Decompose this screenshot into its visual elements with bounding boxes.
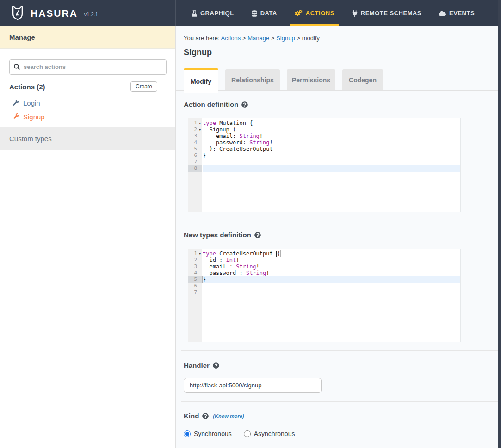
code-line: email: String! bbox=[203, 133, 460, 139]
line-number: 7 bbox=[188, 159, 202, 165]
cloud-icon bbox=[439, 11, 446, 16]
fold-arrow-icon[interactable]: ▾ bbox=[199, 126, 201, 133]
handler-heading: Handler bbox=[184, 361, 219, 369]
code-line bbox=[203, 283, 460, 289]
actions-count-label: Actions (2) bbox=[9, 83, 45, 91]
code-text: ! bbox=[270, 139, 273, 146]
nav-label: ACTIONS bbox=[306, 10, 334, 17]
sidebar-item-custom-types[interactable]: Custom types bbox=[0, 127, 175, 150]
flask-icon bbox=[192, 10, 197, 17]
code-line: } bbox=[203, 152, 460, 159]
nav-item-events[interactable]: EVENTS bbox=[436, 0, 477, 26]
breadcrumb-prefix: You are here: bbox=[184, 35, 220, 42]
code-keyword: String bbox=[249, 139, 269, 146]
section-title: New types definition bbox=[184, 231, 251, 239]
editor-lines: type CreateUserOutput { id : Int! email … bbox=[203, 249, 460, 296]
line-number: 6 bbox=[188, 283, 202, 289]
action-item-label: Signup bbox=[23, 113, 45, 121]
line-number: 4 bbox=[188, 139, 202, 146]
breadcrumb-current: modify bbox=[302, 35, 320, 42]
page-title: Signup bbox=[184, 48, 212, 57]
sidebar-item-login[interactable]: Login bbox=[13, 99, 40, 107]
tab-relationships[interactable]: Relationships bbox=[225, 69, 280, 90]
help-question-icon[interactable] bbox=[213, 362, 219, 369]
section-title: Kind bbox=[184, 412, 199, 420]
line-number: 4 bbox=[188, 270, 202, 276]
create-action-button[interactable]: Create bbox=[130, 81, 157, 92]
code-text: ): CreateUserOutput bbox=[203, 146, 273, 152]
breadcrumb-link-signup[interactable]: Signup bbox=[276, 35, 295, 42]
tabs: Modify Relationships Permissions Codegen bbox=[184, 68, 390, 94]
code-line: ): CreateUserOutput bbox=[203, 146, 460, 152]
hasura-logo-icon bbox=[9, 5, 26, 22]
asynchronous-radio[interactable] bbox=[244, 430, 251, 437]
nav-item-data[interactable]: DATA bbox=[249, 0, 280, 26]
radio-asynchronous[interactable]: Asynchronous bbox=[244, 430, 295, 437]
code-text: ! bbox=[266, 270, 269, 276]
code-line: type Mutation { bbox=[203, 120, 460, 126]
radio-label: Synchronous bbox=[194, 430, 232, 437]
code-line: id : Int! bbox=[203, 257, 460, 263]
nav-label: GRAPHIQL bbox=[200, 10, 234, 17]
page-scrollbar[interactable] bbox=[498, 0, 501, 448]
code-line: password: String! bbox=[203, 139, 460, 146]
kind-options: Synchronous Asynchronous bbox=[184, 430, 295, 437]
code-line: password : String! bbox=[203, 270, 460, 276]
code-text: ! bbox=[256, 263, 260, 270]
sidebar-item-signup[interactable]: Signup bbox=[13, 113, 45, 121]
code-text: password : bbox=[203, 270, 246, 276]
nav-item-remote-schemas[interactable]: REMOTE SCHEMAS bbox=[349, 0, 424, 26]
breadcrumb-link-actions[interactable]: Actions bbox=[221, 35, 241, 42]
help-question-icon[interactable] bbox=[241, 101, 248, 108]
help-question-icon[interactable] bbox=[254, 232, 261, 238]
line-number: 1▾ bbox=[188, 250, 202, 257]
synchronous-radio[interactable] bbox=[184, 430, 191, 437]
nav-item-actions[interactable]: ACTIONS bbox=[292, 0, 337, 26]
editor-gutter: 1▾234567 bbox=[188, 249, 202, 342]
handler-url-input[interactable] bbox=[184, 378, 322, 393]
sidebar: Manage Actions (2) Create Login Signup C… bbox=[0, 26, 176, 448]
breadcrumb: You are here: Actions>Manage>Signup>modi… bbox=[184, 35, 320, 42]
code-line bbox=[203, 165, 460, 172]
radio-synchronous[interactable]: Synchronous bbox=[184, 430, 232, 437]
section-divider bbox=[181, 350, 498, 351]
code-keyword: type bbox=[203, 250, 216, 257]
actions-header-row: Actions (2) Create bbox=[9, 81, 157, 92]
know-more-link[interactable]: (Know more) bbox=[213, 413, 244, 419]
line-number: 5 bbox=[188, 146, 202, 152]
gears-icon bbox=[295, 10, 303, 17]
line-number: 6 bbox=[188, 152, 202, 159]
code-text: password: bbox=[203, 139, 249, 146]
tab-permissions[interactable]: Permissions bbox=[287, 69, 335, 90]
line-number: 7 bbox=[188, 289, 202, 296]
section-title: Action definition bbox=[184, 100, 238, 108]
brand-name: HASURA bbox=[31, 8, 78, 19]
line-number: 3 bbox=[188, 133, 202, 139]
fold-arrow-icon[interactable]: ▾ bbox=[199, 250, 201, 257]
action-definition-editor[interactable]: 1▾2▾345678type Mutation { Signup ( email… bbox=[188, 118, 461, 212]
search-box bbox=[9, 59, 167, 75]
code-keyword: Int bbox=[226, 257, 236, 263]
breadcrumb-separator: > bbox=[271, 35, 274, 42]
help-question-icon[interactable] bbox=[202, 413, 209, 419]
tab-codegen[interactable]: Codegen bbox=[342, 69, 383, 90]
line-number: 8 bbox=[188, 165, 202, 172]
nav-item-graphiql[interactable]: GRAPHIQL bbox=[189, 0, 237, 26]
code-keyword: type bbox=[203, 120, 216, 126]
code-text: ! bbox=[260, 133, 263, 139]
wrench-icon bbox=[13, 99, 19, 107]
tab-modify[interactable]: Modify bbox=[184, 68, 218, 93]
line-number: 3 bbox=[188, 263, 202, 270]
line-number: 1▾ bbox=[188, 120, 202, 126]
search-input[interactable] bbox=[9, 59, 167, 75]
plug-icon bbox=[352, 10, 358, 17]
brand-block[interactable]: HASURA v1.2.1 bbox=[0, 0, 176, 26]
nav-label: REMOTE SCHEMAS bbox=[361, 10, 421, 17]
code-text: email: bbox=[203, 133, 239, 139]
breadcrumb-link-manage[interactable]: Manage bbox=[247, 35, 269, 42]
section-divider bbox=[181, 401, 498, 402]
sidebar-item-manage[interactable]: Manage bbox=[0, 26, 175, 49]
new-types-editor[interactable]: 1▾234567type CreateUserOutput { id : Int… bbox=[188, 249, 461, 342]
breadcrumb-separator: > bbox=[297, 35, 300, 42]
fold-arrow-icon[interactable]: ▾ bbox=[199, 120, 201, 126]
